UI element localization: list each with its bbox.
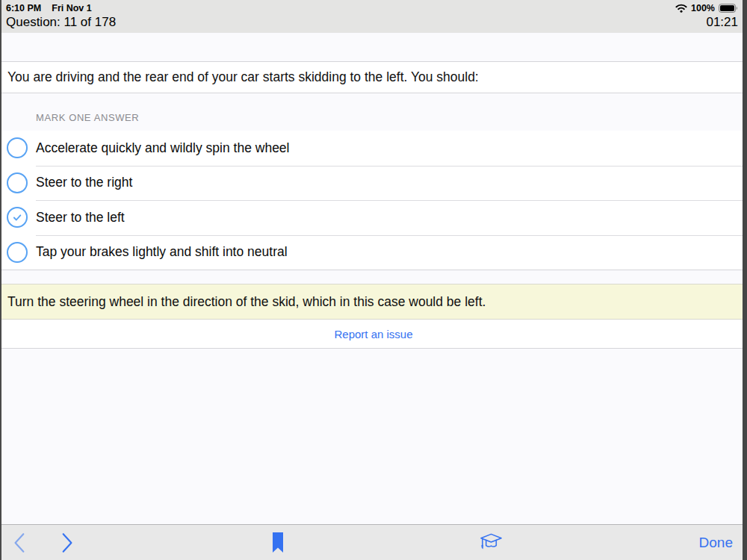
screen-edge-left bbox=[0, 0, 1, 560]
report-issue-link[interactable]: Report an issue bbox=[334, 328, 412, 340]
status-bar: 6:10 PM Fri Nov 1 100% bbox=[0, 0, 747, 15]
quiz-header: Question: 11 of 178 01:21 bbox=[0, 15, 747, 33]
report-row: Report an issue bbox=[0, 320, 747, 349]
forward-chevron-icon bbox=[57, 532, 76, 554]
checkmark-icon bbox=[10, 210, 25, 225]
spacer bbox=[0, 270, 747, 284]
app-screen: 6:10 PM Fri Nov 1 100% Questi bbox=[0, 0, 747, 560]
answer-label: Steer to the left bbox=[36, 210, 125, 225]
bookmark-icon bbox=[273, 532, 283, 553]
mark-one-answer-label: MARK ONE ANSWER bbox=[36, 112, 139, 123]
back-chevron-icon bbox=[10, 532, 30, 554]
study-mode-button[interactable] bbox=[479, 525, 503, 560]
done-button[interactable]: Done bbox=[699, 525, 733, 560]
bottom-toolbar: Done bbox=[0, 524, 747, 560]
answer-option[interactable]: Accelerate quickly and wildly spin the w… bbox=[0, 131, 747, 166]
answers-section-header: MARK ONE ANSWER bbox=[0, 93, 747, 131]
radio-circle-icon bbox=[7, 137, 28, 158]
wifi-icon bbox=[675, 4, 687, 13]
question-row: You are driving and the rear end of your… bbox=[0, 61, 747, 93]
answer-option[interactable]: Tap your brakes lightly and shift into n… bbox=[0, 235, 747, 270]
answer-option[interactable]: Steer to the left bbox=[0, 200, 747, 235]
answer-option[interactable]: Steer to the right bbox=[0, 166, 747, 201]
previous-question-button[interactable] bbox=[10, 525, 30, 560]
spacer bbox=[0, 33, 747, 61]
question-counter: Question: 11 of 178 bbox=[6, 15, 116, 30]
answers-list: Accelerate quickly and wildly spin the w… bbox=[0, 131, 747, 270]
status-time: 6:10 PM bbox=[6, 3, 41, 13]
battery-percent: 100% bbox=[691, 3, 715, 13]
question-text: You are driving and the rear end of your… bbox=[7, 69, 479, 85]
answer-label: Tap your brakes lightly and shift into n… bbox=[36, 244, 288, 260]
explanation-banner: Turn the steering wheel in the direction… bbox=[0, 284, 747, 320]
empty-area bbox=[0, 349, 747, 524]
radio-circle-icon bbox=[7, 172, 28, 193]
timer: 01:21 bbox=[706, 15, 738, 30]
status-date: Fri Nov 1 bbox=[52, 3, 92, 13]
explanation-text: Turn the steering wheel in the direction… bbox=[7, 294, 486, 310]
bookmark-button[interactable] bbox=[273, 525, 283, 560]
screen-edge-right bbox=[743, 0, 747, 560]
next-question-button[interactable] bbox=[57, 525, 76, 560]
answer-label: Steer to the right bbox=[36, 175, 132, 190]
radio-circle-icon bbox=[7, 242, 28, 263]
answer-label: Accelerate quickly and wildly spin the w… bbox=[36, 140, 289, 156]
graduation-cap-icon bbox=[479, 530, 503, 556]
radio-circle-icon bbox=[7, 207, 28, 228]
battery-icon bbox=[719, 4, 738, 13]
